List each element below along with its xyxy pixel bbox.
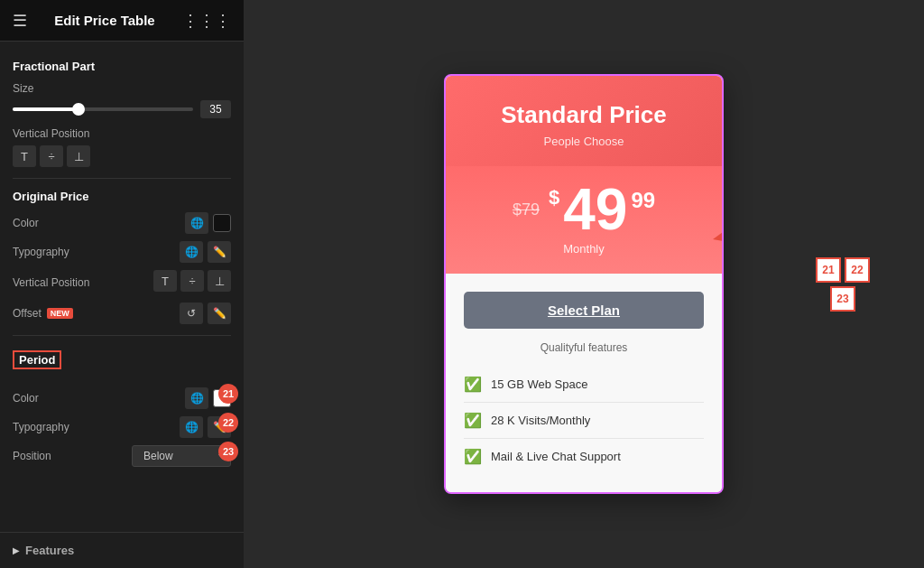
vertical-position-buttons: T ÷ ⊥ [13, 145, 231, 167]
original-price-color-label: Color [13, 217, 39, 229]
features-label: Features [25, 544, 74, 557]
currency-symbol: $ [549, 186, 559, 210]
price-card: Standard Price People Choose $79 $ 49 99… [444, 74, 724, 494]
hamburger-icon[interactable]: ☰ [13, 11, 27, 31]
annotation-box-21: 21 [816, 257, 841, 283]
svg-marker-1 [713, 230, 724, 241]
svg-line-0 [722, 201, 724, 236]
annotation-box-23: 23 [830, 286, 855, 312]
original-price-vpos-buttons: T ÷ ⊥ [153, 270, 231, 292]
price-row: $79 $ 49 99 [464, 181, 704, 238]
period-typography-label: Typography [13, 421, 69, 433]
offset-label-wrap: Offset NEW [13, 307, 73, 320]
vertical-position-label: Vertical Position [13, 127, 231, 140]
features-arrow-icon: ▶ [13, 545, 20, 555]
feature-item-3: ✅ Mail & Live Chat Support [464, 439, 704, 474]
offset-row: Offset NEW ↺ ✏️ [13, 303, 231, 324]
period-color-globe-icon[interactable]: 🌐 [185, 387, 208, 409]
slider-fill [13, 107, 76, 111]
feature-text-1: 15 GB Web Space [491, 377, 587, 391]
period-section-title: Period [13, 350, 61, 369]
offset-edit-icon[interactable]: ✏️ [208, 303, 231, 324]
main-price: 49 [563, 181, 627, 238]
feature-text-3: Mail & Live Chat Support [491, 450, 621, 463]
annotation-arrow [704, 192, 724, 247]
original-price-color-row: Color 🌐 [13, 212, 231, 234]
badge-22: 22 [218, 413, 238, 433]
period-position-dropdown[interactable]: Below Above Beside [132, 445, 231, 467]
original-price-color-actions: 🌐 [185, 212, 231, 234]
check-icon-2: ✅ [464, 412, 482, 429]
price-card-header: Standard Price People Choose [446, 76, 722, 166]
original-price-section-title: Original Price [13, 190, 231, 203]
fractional-price: 99 [631, 188, 655, 213]
period-typography-row: Typography 🌐 ✏️ [13, 416, 231, 438]
select-plan-button[interactable]: Select Plan [464, 292, 704, 329]
sidebar: ☰ Edit Price Table ⋮⋮⋮ Fractional Part S… [0, 0, 244, 568]
original-price-typography-row: Typography 🌐 ✏️ [13, 241, 231, 263]
original-price-globe-icon[interactable]: 🌐 [185, 212, 208, 234]
slider-track[interactable] [13, 107, 193, 111]
size-label: Size [13, 82, 231, 95]
original-price-vpos-label: Vertical Position [13, 276, 89, 289]
badge-23: 23 [218, 442, 238, 461]
original-price-typography-edit-icon[interactable]: ✏️ [208, 241, 231, 263]
offset-label: Offset [13, 307, 42, 320]
features-section[interactable]: ▶ Features [0, 532, 244, 568]
check-icon-3: ✅ [464, 448, 482, 465]
period-position-label: Position [13, 450, 51, 462]
page-title: Edit Price Table [54, 13, 154, 28]
price-card-price-section: $79 $ 49 99 Monthly [446, 166, 722, 274]
feature-text-2: 28 K Visits/Monthly [491, 414, 590, 427]
price-card-subtitle: People Choose [464, 135, 704, 148]
original-price-vpos-top[interactable]: T [153, 270, 177, 292]
vpos-top-button[interactable]: T [13, 145, 36, 167]
grid-icon[interactable]: ⋮⋮⋮ [182, 11, 231, 31]
original-price-color-swatch[interactable] [213, 214, 231, 232]
divider-1 [13, 178, 231, 179]
original-price: $79 [513, 200, 540, 219]
vpos-bottom-button[interactable]: ⊥ [67, 145, 90, 167]
main-content: Standard Price People Choose $79 $ 49 99… [244, 0, 924, 568]
price-card-body: Select Plan Qualityful features ✅ 15 GB … [446, 274, 722, 492]
period-color-row: Color 🌐 [13, 387, 231, 409]
new-badge: NEW [47, 308, 73, 319]
original-price-vpos-row: Vertical Position T ÷ ⊥ [13, 270, 231, 295]
annotation-box-22: 22 [845, 257, 870, 283]
original-price-typography-actions: 🌐 ✏️ [180, 241, 231, 263]
period-position-wrap: Position Below Above Beside 23 [13, 445, 231, 467]
period-color-wrap: Color 🌐 21 [13, 387, 231, 409]
annotation-row-bottom: 23 [816, 286, 870, 312]
features-list-title: Qualityful features [464, 341, 704, 354]
period-position-row: Position Below Above Beside [13, 445, 231, 467]
slider-value: 35 [200, 100, 231, 118]
original-price-typography-label: Typography [13, 246, 69, 258]
slider-thumb[interactable] [72, 103, 85, 116]
annotation-numbers: 21 22 23 [816, 257, 870, 315]
price-card-title: Standard Price [464, 101, 704, 129]
check-icon-1: ✅ [464, 376, 482, 393]
period-color-label: Color [13, 392, 39, 405]
offset-reset-icon[interactable]: ↺ [180, 303, 203, 324]
size-slider-row: 35 [13, 100, 231, 118]
divider-2 [13, 335, 231, 336]
original-price-vpos-center[interactable]: ÷ [180, 270, 204, 292]
feature-item-2: ✅ 28 K Visits/Monthly [464, 403, 704, 439]
period-typography-globe-icon[interactable]: 🌐 [180, 416, 203, 438]
original-price-typography-globe-icon[interactable]: 🌐 [180, 241, 203, 263]
fractional-part-section-title: Fractional Part [13, 60, 231, 73]
original-price-vpos-bottom[interactable]: ⊥ [208, 270, 231, 292]
topbar: ☰ Edit Price Table ⋮⋮⋮ [0, 0, 244, 42]
annotation-row-top: 21 22 [816, 257, 870, 283]
offset-actions: ↺ ✏️ [180, 303, 231, 324]
badge-21: 21 [218, 384, 238, 404]
vpos-center-button[interactable]: ÷ [40, 145, 63, 167]
period-typography-wrap: Typography 🌐 ✏️ 22 [13, 416, 231, 438]
price-period: Monthly [464, 242, 704, 256]
feature-item-1: ✅ 15 GB Web Space [464, 367, 704, 403]
